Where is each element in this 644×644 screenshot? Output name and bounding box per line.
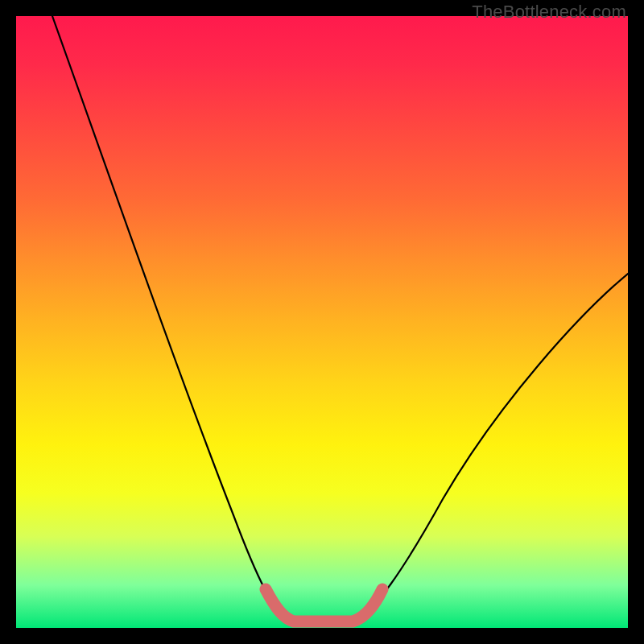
bottleneck-curve xyxy=(52,16,628,621)
plot-area xyxy=(16,16,628,628)
watermark-text: TheBottleneck.com xyxy=(472,2,626,23)
chart-svg xyxy=(16,16,628,628)
optimal-zone-marker xyxy=(266,589,382,621)
chart-frame: TheBottleneck.com xyxy=(0,0,644,644)
